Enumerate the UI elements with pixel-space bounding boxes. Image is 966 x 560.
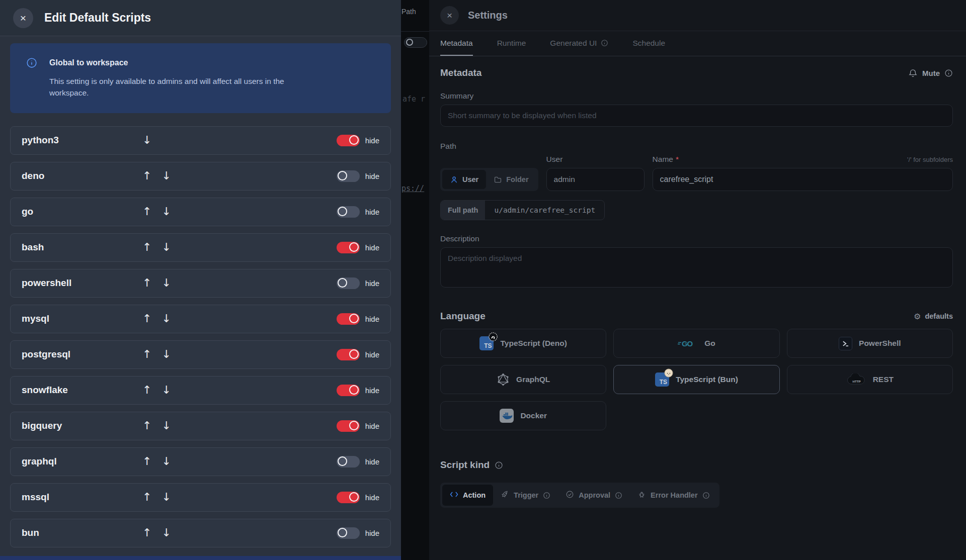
typescript-icon: TS <box>655 372 669 387</box>
bell-icon <box>908 68 918 78</box>
toggle-knob <box>349 135 359 145</box>
metadata-heading: Metadata <box>440 67 481 78</box>
language-option-graphql[interactable]: GraphQL <box>440 365 606 394</box>
hide-label: hide <box>365 493 379 502</box>
hide-toggle[interactable] <box>337 456 360 468</box>
move-up-arrow-icon[interactable]: ↑ <box>142 385 151 396</box>
drawer-content: Global to workspace This setting is only… <box>0 36 401 547</box>
move-down-arrow-icon[interactable]: ↓ <box>162 170 171 181</box>
tab-schedule[interactable]: Schedule <box>632 31 665 56</box>
settings-drawer: × Settings Metadata Runtime Generated UI… <box>429 0 966 560</box>
move-up-arrow-icon[interactable]: ↑ <box>142 242 151 253</box>
script-kind-error-handler[interactable]: Error Handler <box>630 485 717 506</box>
move-down-arrow-icon[interactable]: ↓ <box>162 349 171 360</box>
language-option-go[interactable]: GO Go <box>613 329 779 358</box>
hide-toggle[interactable] <box>337 385 360 396</box>
toggle-knob <box>349 314 359 323</box>
language-name: powershell <box>22 277 142 289</box>
language-option-powershell[interactable]: PowerShell <box>787 329 953 358</box>
owner-folder-option[interactable]: Folder <box>486 170 536 189</box>
path-label: Path <box>440 142 953 151</box>
name-input[interactable] <box>653 168 953 191</box>
reorder-arrows: ↑ ↓ <box>142 313 198 324</box>
settings-tabs: Metadata Runtime Generated UI Schedule <box>429 31 966 56</box>
page: Path afe r ps:// × Edit Default Scripts … <box>0 0 966 560</box>
description-input[interactable] <box>440 247 953 288</box>
move-down-arrow-icon[interactable]: ↓ <box>162 385 171 396</box>
move-down-arrow-icon[interactable]: ↓ <box>162 277 171 289</box>
tab-label: Metadata <box>440 39 473 48</box>
background-path-label: Path <box>401 8 416 16</box>
default-script-row: postgresql ↑ ↓ hide <box>10 340 391 369</box>
move-up-arrow-icon[interactable]: ↑ <box>142 170 151 181</box>
hide-toggle[interactable] <box>337 206 360 218</box>
move-up-arrow-icon[interactable]: ↑ <box>142 527 151 538</box>
tab-metadata[interactable]: Metadata <box>440 31 473 56</box>
toggle-knob <box>349 349 359 359</box>
hide-toggle[interactable] <box>337 135 360 146</box>
default-script-row: python3 ↓ hide <box>10 126 391 155</box>
move-up-arrow-icon[interactable]: ↑ <box>142 420 151 431</box>
script-kind-action[interactable]: Action <box>442 485 493 506</box>
hide-toggle[interactable] <box>337 527 360 539</box>
move-down-arrow-icon[interactable]: ↓ <box>162 456 171 467</box>
move-down-arrow-icon[interactable]: ↓ <box>142 135 151 146</box>
move-down-arrow-icon[interactable]: ↓ <box>162 313 171 324</box>
hide-toggle[interactable] <box>337 420 360 432</box>
move-up-arrow-icon[interactable]: ↑ <box>142 492 151 503</box>
move-down-arrow-icon[interactable]: ↓ <box>162 492 171 503</box>
hide-toggle[interactable] <box>337 277 360 289</box>
language-option-rest[interactable]: HTTP REST <box>787 365 953 394</box>
toggle-knob <box>338 171 347 180</box>
settings-content: Metadata Mute Summary Path User <box>429 56 966 508</box>
move-down-arrow-icon[interactable]: ↓ <box>162 206 171 217</box>
hide-label: hide <box>365 172 379 180</box>
language-name: python3 <box>22 135 142 146</box>
move-up-arrow-icon[interactable]: ↑ <box>142 456 151 467</box>
hide-toggle[interactable] <box>337 313 360 325</box>
close-icon[interactable]: × <box>13 8 33 28</box>
language-name: bun <box>22 527 142 538</box>
move-up-arrow-icon[interactable]: ↑ <box>142 277 151 289</box>
script-kind-label: Approval <box>579 491 610 499</box>
hide-label: hide <box>365 208 379 216</box>
move-up-arrow-icon[interactable]: ↑ <box>142 349 151 360</box>
close-icon[interactable]: × <box>440 6 459 25</box>
language-option-typescript-deno-[interactable]: TS TypeScript (Deno) <box>440 329 606 358</box>
hide-toggle[interactable] <box>337 349 360 360</box>
summary-input[interactable] <box>440 105 953 127</box>
settings-header: × Settings <box>429 0 966 31</box>
folder-icon <box>494 175 502 184</box>
rocket-icon <box>501 490 509 499</box>
language-option-typescript-bun-[interactable]: TS TypeScript (Bun) <box>613 365 779 394</box>
reorder-arrows: ↑ ↓ <box>142 456 198 467</box>
move-up-arrow-icon[interactable]: ↑ <box>142 206 151 217</box>
language-heading: Language <box>440 311 486 322</box>
move-down-arrow-icon[interactable]: ↓ <box>162 242 171 253</box>
settings-title: Settings <box>468 10 508 21</box>
move-down-arrow-icon[interactable]: ↓ <box>162 420 171 431</box>
typescript-icon: TS <box>479 336 494 350</box>
language-name: mssql <box>22 492 142 503</box>
script-kind-approval[interactable]: Approval <box>558 485 630 506</box>
move-down-arrow-icon[interactable]: ↓ <box>162 527 171 538</box>
language-option-docker[interactable]: Docker <box>440 401 606 430</box>
tab-generated-ui[interactable]: Generated UI <box>550 31 608 56</box>
move-up-arrow-icon[interactable]: ↑ <box>142 313 151 324</box>
language-name: snowflake <box>22 385 142 396</box>
default-script-row: deno ↑ ↓ hide <box>10 162 391 191</box>
language-name: deno <box>22 170 142 181</box>
owner-user-option[interactable]: User <box>442 170 486 189</box>
default-script-row: mysql ↑ ↓ hide <box>10 305 391 333</box>
script-kind-trigger[interactable]: Trigger <box>493 485 558 506</box>
hide-toggle[interactable] <box>337 170 360 182</box>
language-grid: TS TypeScript (Deno) GO Go PowerShell Gr… <box>440 329 953 430</box>
language-defaults-button[interactable]: ⚙ defaults <box>914 312 953 321</box>
user-input[interactable] <box>546 168 645 191</box>
tab-runtime[interactable]: Runtime <box>497 31 526 56</box>
svg-text:HTTP: HTTP <box>852 380 860 383</box>
hide-toggle[interactable] <box>337 492 360 503</box>
mute-control[interactable]: Mute <box>908 68 953 78</box>
hide-toggle[interactable] <box>337 242 360 253</box>
divider <box>401 31 429 32</box>
